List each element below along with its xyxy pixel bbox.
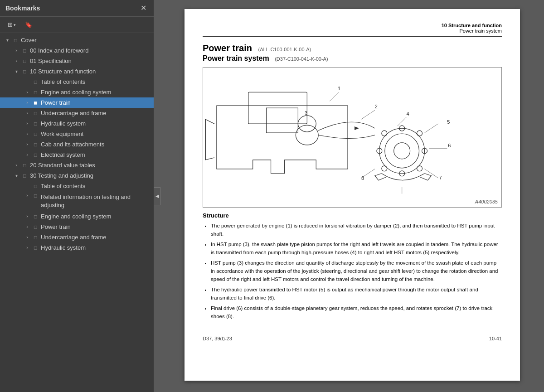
expand-icon[interactable]: › <box>24 121 31 126</box>
view-options-button[interactable]: ⊞ ▾ <box>5 19 19 30</box>
tree-item-undercarriage2[interactable]: ›◻Undercarriage and frame <box>0 232 154 242</box>
expand-icon[interactable]: › <box>24 111 31 116</box>
expand-icon[interactable]: › <box>24 100 31 105</box>
svg-rect-1 <box>267 108 298 133</box>
svg-text:4: 4 <box>407 111 409 116</box>
svg-marker-32 <box>355 126 359 130</box>
tree-item-hydraulic[interactable]: ›◻Hydraulic system <box>0 118 154 129</box>
bookmark-icon: ◻ <box>32 193 39 198</box>
tree-item-spec[interactable]: ›◻01 Specification <box>0 56 154 66</box>
tree-item-label: Cover <box>21 37 37 44</box>
sub-title-text: Power train system <box>203 54 269 62</box>
structure-list-item: In HST pump (3), the swash plate type pi… <box>211 240 502 257</box>
tree-item-label: Undercarriage and frame <box>41 234 107 241</box>
tree-item-work_equip[interactable]: ›◻Work equipment <box>0 129 154 139</box>
expand-icon[interactable]: ▾ <box>13 69 20 74</box>
tree-item-undercarriage[interactable]: ›◻Undercarriage and frame <box>0 108 154 118</box>
tree-item-toc_testing[interactable]: ◻Table of contents <box>0 181 154 191</box>
structure-heading: Structure <box>203 212 502 219</box>
bookmark-icon: ◻ <box>21 69 28 74</box>
header-section-title: 10 Structure and function <box>442 23 502 28</box>
tree-item-electrical[interactable]: ›◻Electrical system <box>0 150 154 160</box>
expand-icon[interactable]: › <box>13 48 20 53</box>
tree-item-related_info[interactable]: ›◻Related information on testing and adj… <box>0 191 154 211</box>
expand-icon[interactable]: ▾ <box>4 38 11 43</box>
bookmark-icon: ◻ <box>32 142 39 147</box>
expand-icon[interactable]: › <box>24 152 31 157</box>
bookmark-icon: ◻ <box>32 214 39 219</box>
expand-icon[interactable]: › <box>24 235 31 240</box>
tree-container[interactable]: ▾◻Cover›◻00 Index and foreword›◻01 Speci… <box>0 33 154 392</box>
tree-item-label: 01 Specification <box>30 58 72 64</box>
sub-title-code: (D37-C100-041-K-00-A) <box>275 56 328 62</box>
bookmarks-panel: Bookmarks ✕ ⊞ ▾ 🔖 ▾◻Cover›◻00 Index and … <box>0 0 154 392</box>
tree-item-hydraulic2[interactable]: ›◻Hydraulic system <box>0 242 154 253</box>
expand-icon[interactable]: › <box>24 193 31 198</box>
bookmark-icon: ◻ <box>32 79 39 84</box>
header-page-label: Power train system <box>442 28 502 34</box>
structure-list-item: HST pump (3) changes the direction and q… <box>211 259 502 284</box>
svg-text:7: 7 <box>439 175 442 180</box>
svg-line-18 <box>425 124 438 133</box>
tree-item-engine_cool2[interactable]: ›◻Engine and cooling system <box>0 211 154 222</box>
expand-icon[interactable]: ▾ <box>13 173 20 178</box>
bookmark-icon: ◻ <box>21 48 28 53</box>
tree-item-label: Table of contents <box>41 183 85 189</box>
tree-item-label: Engine and cooling system <box>41 213 111 220</box>
tree-item-testing[interactable]: ▾◻30 Testing and adjusting <box>0 170 154 181</box>
bookmark-icon: ◻ <box>32 121 39 126</box>
svg-text:2: 2 <box>375 104 378 109</box>
tree-item-label: Table of contents <box>41 78 85 85</box>
panel-collapse-handle[interactable]: ◀ <box>154 187 160 205</box>
tree-item-cab_attach[interactable]: ›◻Cab and its attachments <box>0 139 154 150</box>
tree-item-index[interactable]: ›◻00 Index and foreword <box>0 45 154 56</box>
structure-list-item: The power generated by engine (1) is red… <box>211 222 502 238</box>
tree-item-std_tables[interactable]: ›◻20 Standard value tables <box>0 160 154 170</box>
expand-icon[interactable]: › <box>13 163 20 168</box>
tree-item-label: 20 Standard value tables <box>30 162 95 169</box>
expand-icon[interactable]: › <box>24 131 31 136</box>
tree-item-engine_cool[interactable]: ›◻Engine and cooling system <box>0 87 154 97</box>
bookmark-icon: ◻ <box>21 163 28 168</box>
svg-line-16 <box>361 110 375 119</box>
tree-item-label: Cab and its attachments <box>41 141 104 148</box>
svg-text:1: 1 <box>338 86 340 91</box>
expand-icon[interactable]: › <box>24 90 31 95</box>
bookmark-icon: ◼ <box>32 100 39 105</box>
tree-item-power_train[interactable]: ›◼Power train <box>0 97 154 108</box>
bookmarks-title: Bookmarks <box>5 5 40 12</box>
expand-icon[interactable]: › <box>24 214 31 219</box>
close-button[interactable]: ✕ <box>139 4 148 13</box>
expand-icon[interactable]: › <box>24 245 31 250</box>
svg-point-14 <box>382 166 387 171</box>
bookmark-icon: ◻ <box>32 131 39 136</box>
chevron-left-icon: ◀ <box>155 194 159 198</box>
tree-item-toc_struct[interactable]: ◻Table of contents <box>0 77 154 87</box>
svg-text:6: 6 <box>448 143 451 148</box>
chevron-down-icon: ▾ <box>14 23 16 27</box>
svg-point-12 <box>382 131 387 136</box>
bookmark-icon: ◻ <box>32 111 39 116</box>
bookmark-icon: ◻ <box>32 184 39 189</box>
bookmark-icon: ◻ <box>32 152 39 157</box>
expand-icon[interactable]: › <box>24 224 31 229</box>
svg-line-20 <box>425 169 438 178</box>
tree-item-label: Power train <box>41 223 71 230</box>
svg-text:8: 8 <box>361 175 364 181</box>
footer-left: D37, 39(I)-23 <box>203 336 232 341</box>
structure-list-item: Final drive (6) consists of a double-sta… <box>211 304 502 321</box>
tree-item-structure[interactable]: ▾◻10 Structure and function <box>0 66 154 77</box>
power-train-diagram: 1 2 3 4 5 6 7 8 <box>203 68 501 207</box>
tree-item-label: Engine and cooling system <box>41 89 111 96</box>
expand-icon[interactable]: › <box>13 58 20 63</box>
bookmark-add-button[interactable]: 🔖 <box>22 19 35 30</box>
tree-item-power_train2[interactable]: ›◻Power train <box>0 222 154 232</box>
svg-line-15 <box>330 92 339 101</box>
bookmarks-header: Bookmarks ✕ <box>0 0 154 17</box>
tree-item-cover[interactable]: ▾◻Cover <box>0 35 154 45</box>
expand-icon[interactable]: › <box>24 142 31 147</box>
bookmark-icon: 🔖 <box>25 21 32 28</box>
tree-item-label: Undercarriage and frame <box>41 110 107 116</box>
page-footer: D37, 39(I)-23 10-41 <box>203 334 502 341</box>
page-content: 10 Structure and function Power train sy… <box>160 0 544 392</box>
